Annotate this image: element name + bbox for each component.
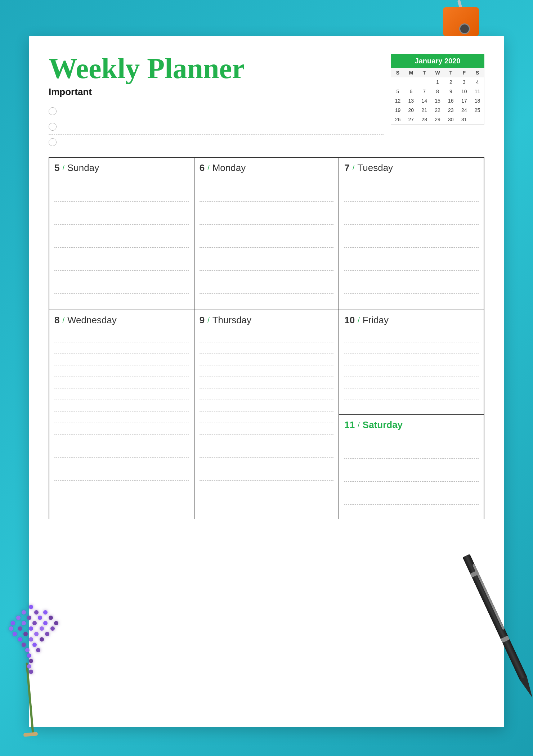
day-line[interactable] [200,225,334,236]
day-line[interactable] [54,365,189,377]
days-row-2: 8 / Wednesday [49,310,484,519]
day-line[interactable] [200,248,334,259]
day-line[interactable] [54,236,189,248]
important-item-3[interactable] [49,135,384,150]
day-line[interactable] [200,435,334,446]
day-line[interactable] [54,331,189,342]
day-line[interactable] [200,446,334,458]
day-line[interactable] [344,470,479,482]
day-line[interactable] [54,400,189,411]
day-line[interactable] [54,354,189,365]
cal-day-13: 13 [404,96,418,105]
day-line[interactable] [344,225,479,236]
day-line[interactable] [344,271,479,282]
day-line[interactable] [200,259,334,271]
important-items [49,104,384,150]
day-line[interactable] [200,411,334,423]
day-line[interactable] [344,213,479,225]
day-line[interactable] [54,446,189,458]
day-line[interactable] [54,271,189,282]
day-line[interactable] [200,400,334,411]
day-line[interactable] [54,481,189,492]
day-line[interactable] [200,331,334,342]
cal-day-12: 12 [391,96,404,105]
day-line[interactable] [344,179,479,190]
day-line[interactable] [54,248,189,259]
cal-day-16: 16 [444,96,457,105]
day-name-monday: Monday [212,162,246,174]
day-line[interactable] [344,447,479,459]
day-number-monday: 6 [200,162,205,174]
day-line[interactable] [344,331,479,342]
day-line[interactable] [200,236,334,248]
day-line[interactable] [54,202,189,213]
day-line[interactable] [344,365,479,377]
day-line[interactable] [200,377,334,388]
day-line[interactable] [344,190,479,202]
day-line[interactable] [344,493,479,505]
day-line[interactable] [54,294,189,305]
checkbox-3[interactable] [49,138,57,146]
cal-day-24: 24 [457,105,471,115]
day-number-wednesday: 8 [54,315,59,326]
cal-label-m: M [404,68,418,77]
day-cell-wednesday: 8 / Wednesday [49,310,194,519]
checkbox-2[interactable] [49,123,57,131]
day-line[interactable] [200,388,334,400]
cal-day-30: 30 [444,115,457,124]
day-line[interactable] [54,342,189,354]
day-line[interactable] [54,259,189,271]
day-line[interactable] [200,190,334,202]
day-line[interactable] [344,436,479,447]
day-line[interactable] [54,388,189,400]
day-line[interactable] [200,481,334,492]
important-item-1[interactable] [49,104,384,119]
day-line[interactable] [54,213,189,225]
day-line[interactable] [200,179,334,190]
day-line[interactable] [200,342,334,354]
header-left: Weekly Planner Important [49,54,384,150]
day-line[interactable] [54,190,189,202]
friday-saturday-column: 10 / Friday 11 / Saturday [339,310,484,519]
day-line[interactable] [344,248,479,259]
day-line[interactable] [54,411,189,423]
day-line[interactable] [200,271,334,282]
day-cell-tuesday: 7 / Tuesday [339,158,484,310]
day-line[interactable] [344,342,479,354]
day-line[interactable] [344,377,479,388]
day-line[interactable] [54,423,189,435]
day-line[interactable] [54,435,189,446]
day-line[interactable] [344,482,479,493]
day-line[interactable] [200,469,334,481]
day-header-monday: 6 / Monday [200,162,334,174]
cal-day-3: 3 [457,77,471,87]
day-line[interactable] [200,354,334,365]
day-line[interactable] [200,294,334,305]
day-line[interactable] [54,469,189,481]
day-line[interactable] [344,259,479,271]
day-line[interactable] [54,225,189,236]
day-line[interactable] [200,365,334,377]
day-line[interactable] [200,282,334,294]
day-line[interactable] [54,282,189,294]
cal-day-20: 20 [404,105,418,115]
cal-day-empty [391,77,404,87]
important-item-2[interactable] [49,119,384,135]
day-line[interactable] [344,202,479,213]
day-line[interactable] [344,354,479,365]
day-line[interactable] [344,282,479,294]
day-line[interactable] [344,459,479,470]
day-line[interactable] [344,236,479,248]
day-line[interactable] [200,202,334,213]
day-line[interactable] [200,458,334,469]
day-line[interactable] [54,377,189,388]
checkbox-1[interactable] [49,107,57,115]
day-line[interactable] [344,294,479,305]
day-line[interactable] [200,213,334,225]
day-line[interactable] [344,388,479,400]
day-line[interactable] [200,423,334,435]
day-lines-saturday [344,436,479,505]
day-line[interactable] [54,179,189,190]
day-line[interactable] [54,458,189,469]
cal-day-2: 2 [444,77,457,87]
